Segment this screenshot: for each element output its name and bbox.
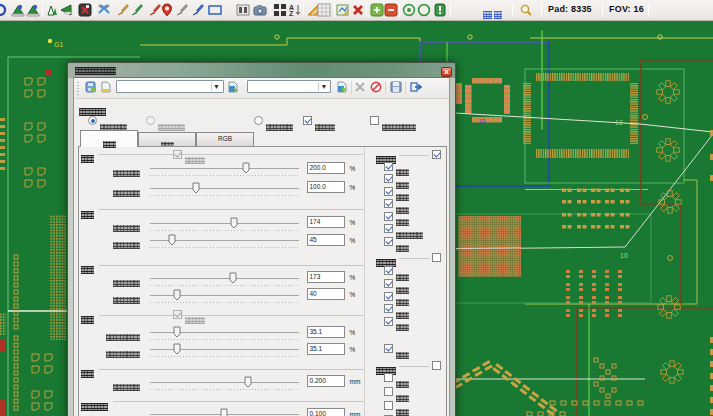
svg-text:Z: Z — [289, 10, 294, 17]
svg-text:1: 1 — [645, 381, 650, 390]
svg-text:G1: G1 — [54, 41, 63, 48]
svg-text:10: 10 — [620, 252, 628, 259]
svg-text:13: 13 — [479, 118, 486, 124]
